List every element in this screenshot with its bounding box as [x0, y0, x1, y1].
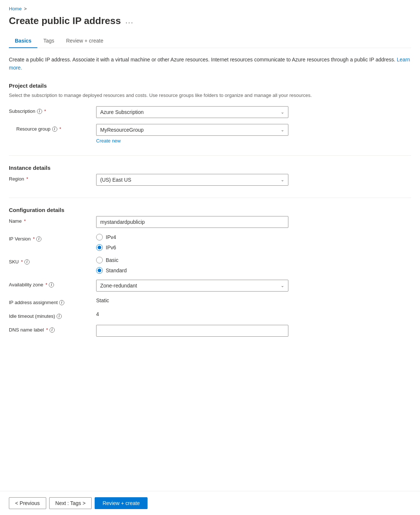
availability-zone-row: Availability zone * i Zone-redundant ⌄	[9, 280, 411, 292]
dns-name-info-icon[interactable]: i	[50, 327, 55, 333]
standard-label: Standard	[106, 267, 127, 273]
basic-label: Basic	[106, 257, 118, 263]
page-title: Create public IP address	[9, 15, 121, 27]
ipv4-label: IPv4	[106, 234, 116, 240]
ip-version-info-icon[interactable]: i	[36, 236, 41, 242]
previous-button[interactable]: < Previous	[9, 497, 46, 509]
description-text: Create a public IP address. Associate it…	[9, 55, 411, 72]
sku-info-icon[interactable]: i	[24, 259, 30, 265]
idle-timeout-row: Idle timeout (minutes) i 4	[9, 311, 411, 319]
ip-assignment-row: IP address assignment i Static	[9, 297, 411, 305]
tab-review-create[interactable]: Review + create	[60, 34, 109, 48]
region-chevron-icon: ⌄	[281, 177, 284, 182]
ip-version-radio-group: IPv4 IPv6	[96, 234, 288, 251]
ipv6-radio[interactable]	[96, 244, 103, 251]
project-details-heading: Project details	[9, 83, 411, 89]
name-input[interactable]	[96, 216, 288, 228]
resource-group-dropdown[interactable]: MyResourceGroup ⌄	[96, 124, 288, 136]
dns-name-label: DNS name label * i	[9, 325, 90, 333]
sku-label: SKU * i	[9, 257, 90, 265]
instance-details-section: Instance details Region * (US) East US ⌄	[9, 165, 411, 186]
create-new-link[interactable]: Create new	[96, 138, 121, 144]
project-details-section: Project details Select the subscription …	[9, 83, 411, 144]
tab-basics[interactable]: Basics	[9, 34, 37, 48]
region-label: Region *	[9, 174, 90, 182]
instance-details-heading: Instance details	[9, 165, 411, 171]
ip-version-row: IP Version * i IPv4 IPv6	[9, 234, 411, 251]
region-dropdown[interactable]: (US) East US ⌄	[96, 174, 288, 186]
resource-group-info-icon[interactable]: i	[52, 127, 57, 132]
more-options-icon[interactable]: ...	[125, 17, 134, 25]
ip-version-control: IPv4 IPv6	[96, 234, 288, 251]
divider-2	[9, 198, 411, 198]
config-details-section: Configuration details Name * IP Version …	[9, 207, 411, 337]
sku-required: *	[21, 259, 23, 265]
dns-name-row: DNS name label * i	[9, 325, 411, 337]
availability-zone-dropdown[interactable]: Zone-redundant ⌄	[96, 280, 288, 292]
sku-control: Basic Standard	[96, 257, 288, 274]
idle-timeout-value: 4	[96, 309, 99, 317]
ipv4-option[interactable]: IPv4	[96, 234, 288, 240]
resource-group-control: MyResourceGroup ⌄ Create new	[96, 124, 288, 144]
review-create-button[interactable]: Review + create	[95, 497, 148, 509]
availability-zone-control: Zone-redundant ⌄	[96, 280, 288, 292]
resource-group-label: Resource group i *	[9, 124, 90, 132]
availability-zone-label: Availability zone * i	[9, 280, 90, 287]
ip-assignment-info-icon[interactable]: i	[59, 300, 64, 305]
region-row: Region * (US) East US ⌄	[9, 174, 411, 186]
subscription-dropdown[interactable]: Azure Subscription ⌄	[96, 106, 288, 118]
dns-required: *	[46, 327, 48, 333]
next-button[interactable]: Next : Tags >	[49, 497, 92, 509]
resource-group-chevron-icon: ⌄	[281, 127, 284, 132]
ipv6-label: IPv6	[106, 245, 116, 250]
resource-group-required: *	[60, 126, 61, 132]
name-control	[96, 216, 288, 228]
standard-option[interactable]: Standard	[96, 267, 288, 274]
config-details-heading: Configuration details	[9, 207, 411, 213]
breadcrumb-separator: >	[24, 6, 27, 11]
idle-timeout-label: Idle timeout (minutes) i	[9, 311, 90, 319]
subscription-row: Subscription i * Azure Subscription ⌄	[9, 106, 411, 118]
ip-version-required: *	[33, 236, 35, 242]
tab-tags[interactable]: Tags	[37, 34, 60, 48]
idle-timeout-control: 4	[96, 311, 288, 317]
tabs-container: Basics Tags Review + create	[9, 34, 411, 48]
name-required: *	[24, 218, 26, 224]
ipv4-radio[interactable]	[96, 234, 103, 240]
subscription-label: Subscription i *	[9, 106, 90, 114]
region-control: (US) East US ⌄	[96, 174, 288, 186]
standard-radio[interactable]	[96, 267, 103, 274]
divider-1	[9, 155, 411, 156]
subscription-required: *	[44, 108, 46, 114]
resource-group-row: Resource group i * MyResourceGroup ⌄ Cre…	[9, 124, 411, 144]
ipv6-option[interactable]: IPv6	[96, 244, 288, 251]
breadcrumb: Home >	[9, 6, 411, 11]
region-required: *	[26, 176, 28, 182]
ip-assignment-value: Static	[96, 295, 109, 303]
basic-radio[interactable]	[96, 257, 103, 263]
breadcrumb-home[interactable]: Home	[9, 6, 22, 11]
sku-row: SKU * i Basic Standard	[9, 257, 411, 274]
name-row: Name *	[9, 216, 411, 228]
ip-assignment-label: IP address assignment i	[9, 297, 90, 305]
ip-version-label: IP Version * i	[9, 234, 90, 242]
footer: < Previous Next : Tags > Review + create	[0, 491, 420, 515]
name-label: Name *	[9, 216, 90, 224]
subscription-chevron-icon: ⌄	[281, 110, 284, 115]
idle-timeout-info-icon[interactable]: i	[57, 314, 62, 319]
az-required: *	[45, 282, 47, 287]
ip-assignment-control: Static	[96, 297, 288, 303]
sku-radio-group: Basic Standard	[96, 257, 288, 274]
az-chevron-icon: ⌄	[281, 283, 284, 288]
az-info-icon[interactable]: i	[49, 282, 54, 287]
dns-name-input[interactable]	[96, 325, 288, 337]
subscription-info-icon[interactable]: i	[37, 109, 42, 114]
project-details-desc: Select the subscription to manage deploy…	[9, 92, 411, 99]
subscription-control: Azure Subscription ⌄	[96, 106, 288, 118]
basic-option[interactable]: Basic	[96, 257, 288, 263]
dns-name-control	[96, 325, 288, 337]
